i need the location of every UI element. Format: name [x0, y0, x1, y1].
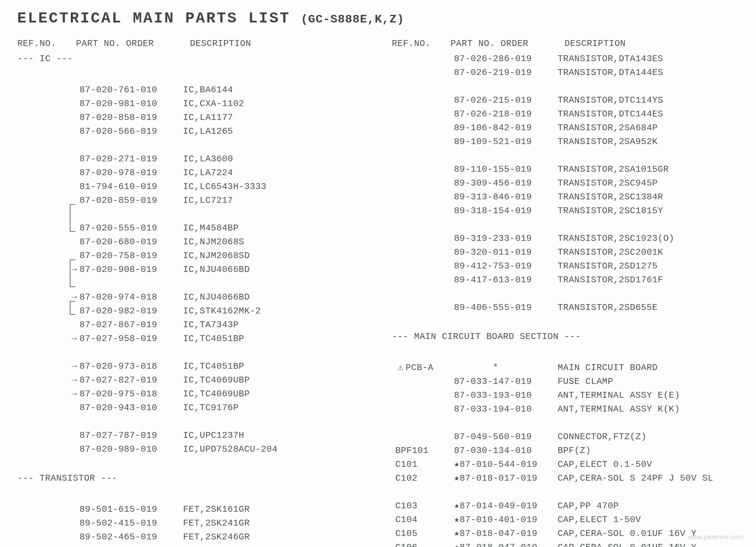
- arrow-right-icon: [69, 166, 79, 180]
- ref-no: [17, 304, 69, 318]
- arrow-right-icon: [444, 444, 454, 458]
- part-description: IC,TA7343P: [183, 318, 368, 332]
- ref-no: [392, 273, 444, 287]
- part-description: CAP,CERA-SOL 0.01UF 16V Y: [558, 540, 743, 547]
- part-number: 89-319-233-019: [454, 232, 558, 245]
- part-number: ★87-010-544-019: [454, 458, 558, 471]
- arrow-right-icon: [69, 502, 79, 516]
- part-description: BPF(Z): [558, 444, 743, 458]
- part-description: IC,UPD7528ACU-204: [183, 442, 368, 456]
- part-number: 87-020-908-019: [79, 263, 183, 276]
- arrow-right-icon: [69, 97, 79, 111]
- part-row: 89-313-846-019TRANSISTOR,2SC1384R: [392, 190, 743, 204]
- part-description: IC,LA1265: [183, 124, 368, 138]
- part-number: 87-020-975-018: [79, 387, 183, 401]
- blank-line: [392, 314, 743, 328]
- arrow-right-icon: [444, 135, 454, 149]
- ref-no: [17, 152, 69, 166]
- ref-no: [17, 194, 69, 207]
- arrow-right-icon: [444, 273, 454, 287]
- part-number: 89-109-521-019: [454, 135, 558, 149]
- part-row: 89-319-233-019TRANSISTOR,2SC1923(O): [392, 232, 743, 245]
- part-number: 87-020-555-019: [79, 221, 183, 235]
- part-row: 81-794-610-019IC,LC6543H-3333: [17, 180, 368, 194]
- part-row: 89-417-613-019TRANSISTOR,2SD1761F: [392, 273, 743, 287]
- blank-line: [17, 415, 368, 428]
- ref-no: ⚠PCB-A: [392, 361, 444, 375]
- arrow-right-icon: [69, 516, 79, 530]
- arrow-right-icon: [69, 235, 79, 249]
- left-column: REF.NO. PART NO. ORDER DESCRIPTION --- I…: [17, 37, 368, 547]
- part-description: TRANSISTOR,2SA1015GR: [558, 162, 743, 176]
- arrow-right-icon: [444, 232, 454, 245]
- part-description: IC,LA7224: [183, 166, 368, 180]
- section-heading: --- IC ---: [17, 52, 368, 66]
- part-description: IC,LA1177: [183, 111, 368, 124]
- title-sub: (GC-S888E,K,Z): [301, 13, 404, 26]
- ref-no: [392, 204, 444, 218]
- part-description: FET,2SK161GR: [183, 502, 368, 516]
- arrow-right-icon: [444, 499, 454, 513]
- part-row: C106★87-018-047-019CAP,CERA-SOL 0.01UF 1…: [392, 540, 743, 547]
- ref-no: [17, 180, 69, 194]
- part-number: 87-027-827-019: [79, 373, 183, 387]
- part-number: 89-313-846-019: [454, 190, 558, 204]
- part-number: ★87-014-049-019: [454, 499, 558, 513]
- part-number: 87-026-286-019: [454, 52, 558, 66]
- part-number: 87-020-271-019: [79, 152, 183, 166]
- arrow-right-icon: [444, 375, 454, 388]
- part-number: 87-020-981-010: [79, 97, 183, 111]
- part-number: 87-027-787-019: [79, 428, 183, 442]
- part-description: TRANSISTOR,DTA143ES: [558, 52, 743, 66]
- ref-no: [17, 359, 69, 373]
- part-row: 89-320-011-019TRANSISTOR,2SC2001K: [392, 245, 743, 259]
- part-description: TRANSISTOR,2SD1275: [558, 259, 743, 273]
- ref-no: [392, 402, 444, 416]
- ref-no: [392, 375, 444, 388]
- ref-no: [392, 93, 444, 107]
- arrow-right-icon: [444, 121, 454, 135]
- part-row: 89-106-842-019TRANSISTOR,2SA684P: [392, 121, 743, 135]
- part-number: 87-020-858-019: [79, 111, 183, 124]
- arrow-right-icon: [444, 301, 454, 314]
- part-description: IC,STK4162MK-2: [183, 304, 368, 318]
- part-number: ★87-018-047-019: [454, 540, 558, 547]
- hdr-desc: DESCRIPTION: [190, 37, 368, 50]
- part-row: 89-412-753-019TRANSISTOR,2SD1275: [392, 259, 743, 273]
- part-description: FET,2SK241GR: [183, 516, 368, 530]
- ref-no: [17, 387, 69, 401]
- part-row: →87-027-827-019IC,TC4069UBP: [17, 373, 368, 387]
- part-description: TRANSISTOR,2SC2001K: [558, 245, 743, 259]
- ref-no: C105: [392, 527, 444, 540]
- ref-no: [392, 107, 444, 121]
- part-description: FET,2SK246Y: [183, 544, 368, 547]
- ref-no: [392, 121, 444, 135]
- ref-no: [392, 66, 444, 79]
- arrow-right-icon: [69, 401, 79, 415]
- ref-no: [17, 332, 69, 346]
- part-description: CAP,PP 470P: [558, 499, 743, 513]
- part-number: 87-020-761-010: [79, 83, 183, 97]
- part-description: IC,M4584BP: [183, 221, 368, 235]
- arrow-right-icon: [444, 527, 454, 540]
- blank-line: [392, 485, 743, 499]
- part-row: 87-020-566-019IC,LA1265: [17, 124, 368, 138]
- blank-line: [392, 149, 743, 162]
- ref-no: [17, 235, 69, 249]
- page-title: ELECTRICAL MAIN PARTS LIST (GC-S888E,K,Z…: [17, 10, 742, 27]
- part-description: TRANSISTOR,2SD1761F: [558, 273, 743, 287]
- part-number: 89-501-615-019: [79, 502, 183, 516]
- ref-no: [392, 135, 444, 149]
- part-row: ⚠PCB-A *MAIN CIRCUIT BOARD: [392, 361, 743, 375]
- arrow-right-icon: [69, 428, 79, 442]
- arrow-right-icon: [444, 176, 454, 190]
- part-row: 87-020-981-010IC,CXA-1102: [17, 97, 368, 111]
- part-number: 87-020-989-010: [79, 442, 183, 456]
- ref-no: [392, 301, 444, 314]
- part-row: 87-020-989-010IC,UPD7528ACU-204: [17, 442, 368, 456]
- part-row: 89-502-415-019FET,2SK241GR: [17, 516, 368, 530]
- ref-no: [17, 401, 69, 415]
- part-number: 89-406-555-019: [454, 301, 558, 314]
- part-number: 89-110-155-019: [454, 162, 558, 176]
- part-description: IC,BA6144: [183, 83, 368, 97]
